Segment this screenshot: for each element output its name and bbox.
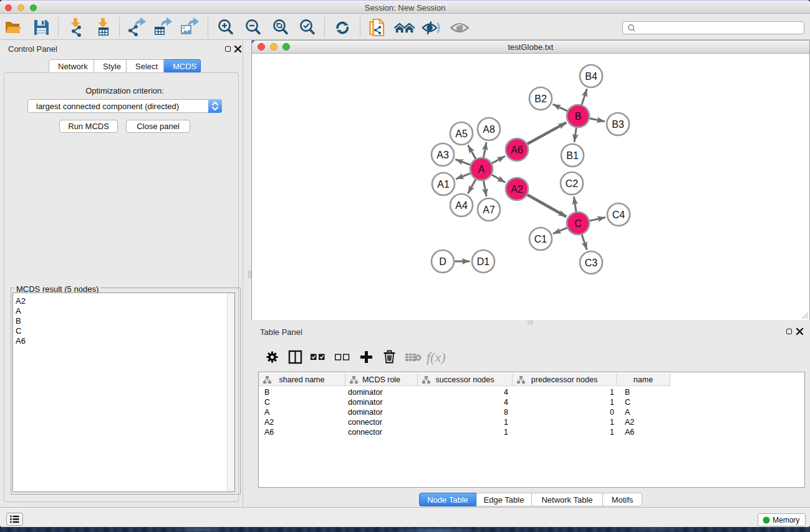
svg-text:C: C — [574, 218, 582, 229]
svg-text:D: D — [439, 256, 446, 267]
svg-text:A3: A3 — [436, 150, 449, 160]
svg-text:A: A — [478, 164, 485, 175]
svg-text:B3: B3 — [612, 119, 624, 130]
svg-text:B: B — [575, 111, 582, 122]
svg-text:A1: A1 — [437, 179, 450, 190]
svg-text:D1: D1 — [477, 256, 490, 267]
svg-text:A7: A7 — [483, 205, 495, 215]
svg-text:B1: B1 — [566, 150, 579, 161]
svg-text:A5: A5 — [455, 128, 468, 139]
svg-text:A2: A2 — [511, 184, 523, 195]
svg-text:C1: C1 — [534, 234, 547, 244]
svg-text:A6: A6 — [511, 145, 523, 155]
svg-text:C4: C4 — [612, 210, 625, 220]
svg-text:A4: A4 — [455, 200, 468, 211]
svg-text:C3: C3 — [585, 258, 598, 268]
svg-text:B2: B2 — [534, 94, 547, 104]
svg-text:A8: A8 — [483, 124, 495, 135]
svg-text:B4: B4 — [585, 71, 597, 82]
svg-text:C2: C2 — [566, 178, 579, 189]
